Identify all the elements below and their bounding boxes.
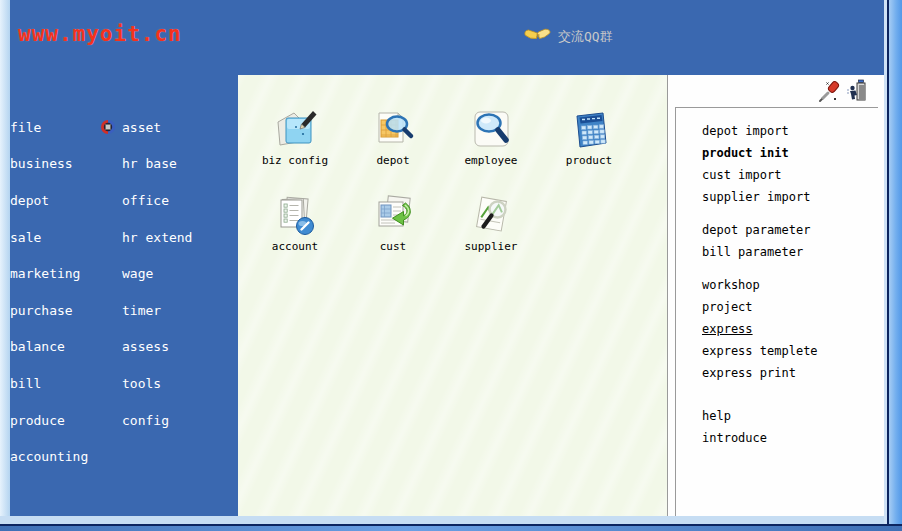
panel-link-product-init[interactable]: product init: [702, 142, 878, 164]
qq-group-label: 交流QQ群: [558, 28, 613, 46]
desktop-icon-product[interactable]: product: [540, 109, 638, 175]
sidebar-item-label: business: [10, 156, 73, 171]
panel-link-supplier-import[interactable]: supplier import: [702, 186, 878, 208]
product-icon: [540, 109, 638, 151]
panel-link-group: depot parameterbill parameter: [702, 219, 878, 263]
sidebar-item-timer[interactable]: timer: [122, 292, 238, 329]
sidebar-item-label: tools: [122, 376, 161, 391]
sidebar-item-asset[interactable]: asset: [122, 109, 238, 146]
desktop-icon-label: employee: [442, 154, 540, 167]
sidebar-item-label: office: [122, 193, 169, 208]
panel-link-depot-import[interactable]: depot import: [702, 120, 878, 142]
sidebar-item-label: accounting: [10, 449, 88, 464]
window-frame-left: [0, 0, 10, 524]
window-frame-right: [884, 0, 902, 524]
sidebar-item-label: depot: [10, 193, 49, 208]
sidebar-item-accounting[interactable]: accounting: [10, 438, 122, 475]
panel-link-express-print[interactable]: express print: [702, 362, 878, 384]
sidebar-item-label: bill: [10, 376, 41, 391]
desktop-icon-label: cust: [344, 240, 442, 253]
sidebar-item-label: config: [122, 413, 169, 428]
panel-link-help[interactable]: help: [702, 405, 878, 427]
sidebar-item-marketing[interactable]: marketing: [10, 255, 122, 292]
sidebar-item-assess[interactable]: assess: [122, 329, 238, 366]
sidebar-item-tools[interactable]: tools: [122, 365, 238, 402]
handshake-icon: [524, 26, 551, 47]
header: www.myoit.cn 交流QQ群: [10, 0, 884, 75]
sidebar-col-1: filebusinessdepotsalemarketingpurchaseba…: [10, 109, 122, 475]
panel-link-project[interactable]: project: [702, 296, 878, 318]
sidebar-item-label: sale: [10, 230, 41, 245]
sidebar-item-label: assess: [122, 339, 169, 354]
employee-icon: [442, 109, 540, 151]
sidebar-item-depot[interactable]: depot: [10, 182, 122, 219]
sidebar-item-label: purchase: [10, 303, 73, 318]
sidebar-item-label: marketing: [10, 266, 80, 281]
depot-icon: [344, 109, 442, 151]
background-window-edge: [0, 526, 902, 531]
cust-icon: [344, 195, 442, 237]
exit-icon[interactable]: [846, 79, 866, 106]
sidebar: filebusinessdepotsalemarketingpurchaseba…: [10, 75, 238, 516]
panel-link-group: helpintroduce: [702, 405, 878, 449]
sidebar-item-hr-base[interactable]: hr base: [122, 146, 238, 183]
account-icon: [246, 195, 344, 237]
sidebar-item-balance[interactable]: balance: [10, 329, 122, 366]
asset-bullet-icon: [100, 119, 116, 135]
desktop-icon-supplier[interactable]: supplier: [442, 195, 540, 261]
sidebar-item-label: produce: [10, 413, 65, 428]
supplier-icon: [442, 195, 540, 237]
sidebar-item-label: timer: [122, 303, 161, 318]
sidebar-item-produce[interactable]: produce: [10, 402, 122, 439]
desktop-icon-employee[interactable]: employee: [442, 109, 540, 175]
sidebar-item-config[interactable]: config: [122, 402, 238, 439]
right-panel: depot importproduct initcust importsuppl…: [669, 75, 884, 516]
panel-link-bill-parameter[interactable]: bill parameter: [702, 241, 878, 263]
panel-link-group: depot importproduct initcust importsuppl…: [702, 120, 878, 208]
sidebar-item-purchase[interactable]: purchase: [10, 292, 122, 329]
desktop-icon-label: depot: [344, 154, 442, 167]
panel-link-introduce[interactable]: introduce: [702, 427, 878, 449]
desktop-area: biz config depot employee product: [238, 75, 668, 516]
sidebar-item-label: hr extend: [122, 230, 192, 245]
sidebar-item-bill[interactable]: bill: [10, 365, 122, 402]
desktop-icon-label: supplier: [442, 240, 540, 253]
shortcut-links-box: depot importproduct initcust importsuppl…: [675, 107, 878, 516]
desktop-icon-label: product: [540, 154, 638, 167]
sidebar-item-hr-extend[interactable]: hr extend: [122, 219, 238, 256]
sidebar-col-2: assethr baseofficehr extendwagetimerasse…: [122, 109, 238, 438]
sidebar-item-label: wage: [122, 266, 153, 281]
panel-link-group: workshopprojectexpressexpress templeteex…: [702, 274, 878, 384]
sidebar-item-label: file: [10, 120, 41, 135]
panel-link-express[interactable]: express: [702, 318, 878, 340]
panel-link-cust-import[interactable]: cust import: [702, 164, 878, 186]
desktop-icon-account[interactable]: account: [246, 195, 344, 261]
sidebar-item-sale[interactable]: sale: [10, 219, 122, 256]
panel-link-depot-parameter[interactable]: depot parameter: [702, 219, 878, 241]
desktop-icon-label: account: [246, 240, 344, 253]
panel-link-workshop[interactable]: workshop: [702, 274, 878, 296]
biz-config-icon: [246, 109, 344, 151]
desktop-icon-cust[interactable]: cust: [344, 195, 442, 261]
desktop-icon-biz-config[interactable]: biz config: [246, 109, 344, 175]
desktop-icon-label: biz config: [246, 154, 344, 167]
sidebar-item-wage[interactable]: wage: [122, 255, 238, 292]
sidebar-item-label: asset: [122, 120, 161, 135]
sidebar-item-label: hr base: [122, 156, 177, 171]
repair-tool-icon[interactable]: [818, 81, 840, 107]
qq-group-link[interactable]: 交流QQ群: [524, 26, 613, 47]
site-title[interactable]: www.myoit.cn: [18, 22, 182, 46]
panel-link-express-templete[interactable]: express templete: [702, 340, 878, 362]
sidebar-item-office[interactable]: office: [122, 182, 238, 219]
desktop-icon-depot[interactable]: depot: [344, 109, 442, 175]
sidebar-item-label: balance: [10, 339, 65, 354]
window-frame-bottom: [0, 516, 887, 524]
sidebar-item-business[interactable]: business: [10, 146, 122, 183]
